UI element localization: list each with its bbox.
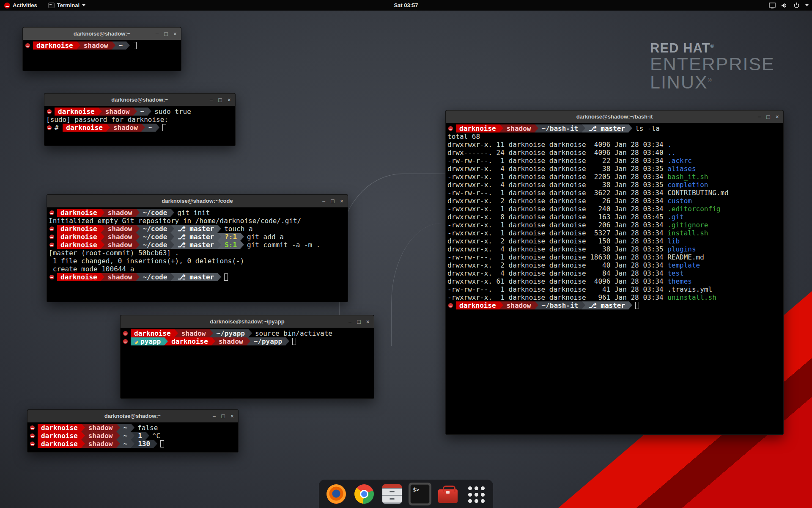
command-text: ls -la [635,124,660,133]
minimize-button[interactable]: − [757,114,761,120]
window-title: darknoise@shadow:~ [111,97,168,103]
close-button[interactable]: × [340,198,343,204]
minimize-button[interactable]: − [155,31,159,37]
powerline-arrow-shape [101,273,104,281]
close-button[interactable]: × [173,31,177,37]
terminal-icon[interactable]: $> [410,484,430,504]
command-text: source bin/activate [255,329,332,337]
terminal-content[interactable]: darknoiseshadow~/bash-it⎇ masterls -lato… [446,123,783,311]
toolbox-icon[interactable] [438,484,458,504]
prompt-segment: shadow [104,209,136,217]
app-menu-label: Terminal [57,2,80,8]
maximize-button[interactable]: □ [221,413,225,419]
titlebar[interactable]: darknoise@shadow:~ − □ × [23,28,181,40]
prompt-segment: shadow [503,301,535,309]
app-menu-terminal[interactable]: Terminal [48,2,85,8]
terminal-line: -rwxrwxr-x. 1 darknoise darknoise 961 Ja… [447,293,782,301]
volume-icon [781,3,788,8]
maximize-button[interactable]: □ [357,319,360,325]
titlebar[interactable]: darknoise@shadow:~/pyapp − □ × [121,315,374,328]
prompt-segment: ~ [115,41,126,50]
prompt-segment: ~/pyapp [213,329,248,337]
powerline-arrow-shape [148,108,151,116]
powerline-arrow-icon [217,225,221,233]
terminal-line: drwxrwxr-x. 2 darknoise darknoise 40 Jan… [447,261,782,269]
maximize-button[interactable]: □ [218,97,222,103]
terminal-line: 1 file changed, 0 insertions(+), 0 delet… [49,257,346,265]
prompt-segment: darknoise [57,273,101,281]
prompt-segment: ~/pyapp [250,337,285,345]
powerline-arrow-icon [148,108,151,116]
powerline-arrow-icon [247,337,250,345]
minimize-button[interactable]: − [348,319,351,325]
redhat-prompt-icon [448,303,453,308]
terminal-content[interactable]: darknoiseshadow~/codegit initInitialized… [47,207,348,282]
powerline-arrow-shape [136,233,140,241]
titlebar[interactable]: darknoise@shadow:~ − □ × [44,94,235,106]
titlebar[interactable]: darknoise@shadow:~/bash-it − □ × [446,110,783,123]
terminal-line: darknoiseshadow~1^C [29,432,236,440]
minimize-button[interactable]: − [209,97,213,103]
system-status-area[interactable] [769,0,809,11]
titlebar[interactable]: darknoise@shadow:~/code − □ × [47,195,348,207]
cursor-block [160,440,164,447]
output-text: drwxrwxr-x. 2 darknoise darknoise 40 Jan… [447,261,667,269]
powerline-arrow-shape [116,432,120,440]
terminal-line: drwxrwxr-x. 4 darknoise darknoise 38 Jan… [447,165,782,173]
output-text: [master (root-commit) 50bcb63] . [49,249,179,257]
terminal-content[interactable]: darknoiseshadow~falsedarknoiseshadow~1^C… [27,422,238,449]
minimize-button[interactable]: − [212,413,216,419]
powerline-arrow-shape [116,424,120,432]
maximize-button[interactable]: □ [766,114,770,120]
powerline-arrow-icon [535,301,538,309]
close-button[interactable]: × [230,413,234,419]
terminal-line: -rw-rw-r--. 1 darknoise darknoise 3622 J… [447,189,782,197]
show-applications-icon[interactable] [466,484,486,504]
powerline-arrow-icon [240,241,244,249]
files-icon[interactable] [382,484,402,504]
powerline-arrow-icon [170,273,174,281]
firefox-icon[interactable] [326,484,346,504]
prompt-segment: ~ [120,424,131,432]
redhat-prompt-icon [49,210,54,215]
powerline-arrow-icon [217,273,221,281]
maximize-button[interactable]: □ [331,198,334,204]
powerline-arrow-icon [248,329,252,337]
terminal-line: -rwxrwxr-x. 1 darknoise darknoise 206 Ja… [447,221,782,229]
activities-button[interactable]: Activities [4,2,37,8]
close-button[interactable]: × [228,97,231,103]
clock[interactable]: Sat 03:57 [394,0,418,11]
powerline-arrow-shape [217,225,221,233]
output-text: .gitignore [667,221,708,229]
close-button[interactable]: × [366,319,370,325]
maximize-button[interactable]: □ [164,31,167,37]
terminal-content[interactable]: darknoiseshadow~ [23,40,181,51]
output-text: -rwxrwxr-x. 1 darknoise darknoise 5327 J… [447,229,667,237]
terminal-line: drwxrwxr-x. 4 darknoise darknoise 38 Jan… [447,245,782,253]
chrome-icon[interactable] [354,484,374,504]
command-text: sudo true [154,108,191,116]
window-title: darknoise@shadow:~ [104,413,161,419]
powerline-arrow-icon [217,233,221,241]
close-button[interactable]: × [776,114,779,120]
powerline-arrow-shape [211,337,215,345]
powerline-arrow-shape [247,337,250,345]
minimize-button[interactable]: − [322,198,325,204]
terminal-content[interactable]: darknoiseshadow~sudo true[sudo] password… [44,106,235,133]
prompt-segment: shadow [178,329,209,337]
output-text: .travis.yml [667,285,712,293]
output-text: lib [667,237,680,245]
powerline-arrow-shape [170,225,174,233]
powerline-arrow-shape [217,273,221,281]
output-text: create mode 100644 a [49,265,134,273]
powerline-arrow-shape [174,329,178,337]
terminal-content[interactable]: darknoiseshadow~/pyappsource bin/activat… [121,328,374,347]
terminal-line: drwxrwxr-x. 2 darknoise darknoise 26 Jan… [447,197,782,205]
powerline-arrow-shape [116,440,120,448]
output-text: -rw-rw-r--. 1 darknoise darknoise 41 Jan… [447,285,667,293]
terminal-line: darknoiseshadow~/codegit init [49,209,346,217]
powerline-arrow-icon [126,41,130,50]
terminal-line: drwx------. 24 darknoise darknoise 4096 … [447,149,782,157]
titlebar[interactable]: darknoise@shadow:~ − □ × [27,410,238,422]
prompt-segment: 130 [134,440,154,448]
